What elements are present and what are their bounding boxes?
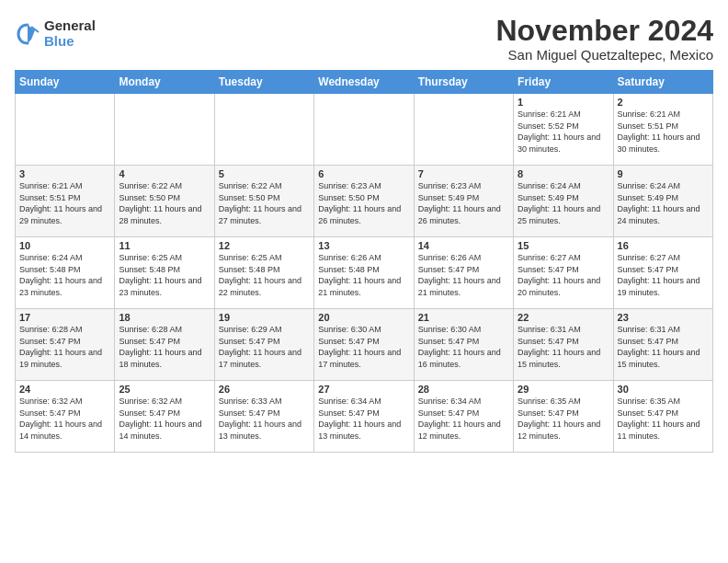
title-block: November 2024 San Miguel Quetzaltepec, M… — [495, 15, 713, 63]
day-info: Sunrise: 6:23 AM Sunset: 5:50 PM Dayligh… — [318, 180, 409, 226]
day-number: 22 — [518, 312, 609, 323]
day-number: 5 — [219, 168, 310, 179]
calendar-cell: 26Sunrise: 6:33 AM Sunset: 5:47 PM Dayli… — [214, 381, 313, 453]
calendar-cell: 8Sunrise: 6:24 AM Sunset: 5:49 PM Daylig… — [514, 166, 613, 237]
day-info: Sunrise: 6:33 AM Sunset: 5:47 PM Dayligh… — [219, 396, 310, 442]
calendar-cell: 23Sunrise: 6:31 AM Sunset: 5:47 PM Dayli… — [613, 309, 712, 381]
day-info: Sunrise: 6:26 AM Sunset: 5:47 PM Dayligh… — [418, 252, 509, 298]
calendar-cell: 19Sunrise: 6:29 AM Sunset: 5:47 PM Dayli… — [214, 309, 313, 381]
day-info: Sunrise: 6:22 AM Sunset: 5:50 PM Dayligh… — [219, 180, 310, 226]
calendar-cell: 16Sunrise: 6:27 AM Sunset: 5:47 PM Dayli… — [613, 237, 712, 309]
day-info: Sunrise: 6:21 AM Sunset: 5:51 PM Dayligh… — [19, 180, 110, 226]
calendar-cell — [314, 94, 414, 166]
day-info: Sunrise: 6:24 AM Sunset: 5:49 PM Dayligh… — [618, 180, 709, 226]
calendar-cell: 20Sunrise: 6:30 AM Sunset: 5:47 PM Dayli… — [314, 309, 414, 381]
location-title: San Miguel Quetzaltepec, Mexico — [495, 47, 713, 63]
calendar-cell — [115, 94, 214, 166]
header-wednesday: Wednesday — [314, 71, 414, 94]
day-number: 2 — [618, 97, 709, 108]
day-number: 6 — [318, 168, 409, 179]
day-info: Sunrise: 6:26 AM Sunset: 5:48 PM Dayligh… — [318, 252, 409, 298]
calendar-cell: 22Sunrise: 6:31 AM Sunset: 5:47 PM Dayli… — [514, 309, 613, 381]
day-info: Sunrise: 6:35 AM Sunset: 5:47 PM Dayligh… — [618, 396, 709, 442]
day-number: 26 — [219, 384, 310, 395]
day-number: 17 — [19, 312, 110, 323]
calendar-cell: 21Sunrise: 6:30 AM Sunset: 5:47 PM Dayli… — [414, 309, 513, 381]
day-info: Sunrise: 6:23 AM Sunset: 5:49 PM Dayligh… — [418, 180, 509, 226]
calendar: Sunday Monday Tuesday Wednesday Thursday… — [15, 70, 713, 453]
day-info: Sunrise: 6:22 AM Sunset: 5:50 PM Dayligh… — [119, 180, 210, 226]
calendar-cell: 6Sunrise: 6:23 AM Sunset: 5:50 PM Daylig… — [314, 166, 414, 237]
calendar-cell: 27Sunrise: 6:34 AM Sunset: 5:47 PM Dayli… — [314, 381, 414, 453]
calendar-cell: 25Sunrise: 6:32 AM Sunset: 5:47 PM Dayli… — [115, 381, 214, 453]
day-number: 15 — [518, 240, 609, 251]
day-info: Sunrise: 6:24 AM Sunset: 5:49 PM Dayligh… — [518, 180, 609, 226]
logo-icon — [15, 21, 40, 47]
day-info: Sunrise: 6:32 AM Sunset: 5:47 PM Dayligh… — [119, 396, 210, 442]
day-info: Sunrise: 6:32 AM Sunset: 5:47 PM Dayligh… — [19, 396, 110, 442]
calendar-cell: 29Sunrise: 6:35 AM Sunset: 5:47 PM Dayli… — [514, 381, 613, 453]
day-number: 10 — [19, 240, 110, 251]
day-number: 14 — [418, 240, 509, 251]
calendar-cell: 14Sunrise: 6:26 AM Sunset: 5:47 PM Dayli… — [414, 237, 513, 309]
day-number: 18 — [119, 312, 210, 323]
logo: General Blue — [15, 18, 96, 49]
calendar-cell: 4Sunrise: 6:22 AM Sunset: 5:50 PM Daylig… — [115, 166, 214, 237]
day-info: Sunrise: 6:30 AM Sunset: 5:47 PM Dayligh… — [318, 324, 409, 370]
day-info: Sunrise: 6:21 AM Sunset: 5:52 PM Dayligh… — [518, 109, 609, 155]
week-row-4: 17Sunrise: 6:28 AM Sunset: 5:47 PM Dayli… — [16, 309, 713, 381]
day-info: Sunrise: 6:21 AM Sunset: 5:51 PM Dayligh… — [618, 109, 709, 155]
day-info: Sunrise: 6:34 AM Sunset: 5:47 PM Dayligh… — [318, 396, 409, 442]
day-info: Sunrise: 6:28 AM Sunset: 5:47 PM Dayligh… — [119, 324, 210, 370]
day-number: 25 — [119, 384, 210, 395]
calendar-cell: 2Sunrise: 6:21 AM Sunset: 5:51 PM Daylig… — [613, 94, 712, 166]
header: General Blue November 2024 San Miguel Qu… — [15, 15, 713, 63]
calendar-cell: 5Sunrise: 6:22 AM Sunset: 5:50 PM Daylig… — [214, 166, 313, 237]
day-number: 1 — [518, 97, 609, 108]
calendar-cell: 30Sunrise: 6:35 AM Sunset: 5:47 PM Dayli… — [613, 381, 712, 453]
day-number: 19 — [219, 312, 310, 323]
calendar-cell: 7Sunrise: 6:23 AM Sunset: 5:49 PM Daylig… — [414, 166, 513, 237]
day-info: Sunrise: 6:29 AM Sunset: 5:47 PM Dayligh… — [219, 324, 310, 370]
week-row-5: 24Sunrise: 6:32 AM Sunset: 5:47 PM Dayli… — [16, 381, 713, 453]
calendar-cell: 17Sunrise: 6:28 AM Sunset: 5:47 PM Dayli… — [16, 309, 115, 381]
day-number: 9 — [618, 168, 709, 179]
calendar-cell: 10Sunrise: 6:24 AM Sunset: 5:48 PM Dayli… — [16, 237, 115, 309]
calendar-cell: 9Sunrise: 6:24 AM Sunset: 5:49 PM Daylig… — [613, 166, 712, 237]
week-row-3: 10Sunrise: 6:24 AM Sunset: 5:48 PM Dayli… — [16, 237, 713, 309]
day-number: 7 — [418, 168, 509, 179]
calendar-cell: 28Sunrise: 6:34 AM Sunset: 5:47 PM Dayli… — [414, 381, 513, 453]
calendar-cell: 24Sunrise: 6:32 AM Sunset: 5:47 PM Dayli… — [16, 381, 115, 453]
day-number: 27 — [318, 384, 409, 395]
header-thursday: Thursday — [414, 71, 513, 94]
calendar-cell — [214, 94, 313, 166]
calendar-cell: 11Sunrise: 6:25 AM Sunset: 5:48 PM Dayli… — [115, 237, 214, 309]
calendar-cell: 13Sunrise: 6:26 AM Sunset: 5:48 PM Dayli… — [314, 237, 414, 309]
day-info: Sunrise: 6:34 AM Sunset: 5:47 PM Dayligh… — [418, 396, 509, 442]
day-info: Sunrise: 6:31 AM Sunset: 5:47 PM Dayligh… — [518, 324, 609, 370]
day-number: 8 — [518, 168, 609, 179]
day-number: 20 — [318, 312, 409, 323]
day-info: Sunrise: 6:35 AM Sunset: 5:47 PM Dayligh… — [518, 396, 609, 442]
day-info: Sunrise: 6:30 AM Sunset: 5:47 PM Dayligh… — [418, 324, 509, 370]
day-number: 29 — [518, 384, 609, 395]
day-number: 12 — [219, 240, 310, 251]
day-number: 30 — [618, 384, 709, 395]
header-saturday: Saturday — [613, 71, 712, 94]
calendar-cell: 1Sunrise: 6:21 AM Sunset: 5:52 PM Daylig… — [514, 94, 613, 166]
day-info: Sunrise: 6:25 AM Sunset: 5:48 PM Dayligh… — [119, 252, 210, 298]
logo-text: General Blue — [44, 18, 96, 49]
logo-general-text: General — [44, 18, 96, 34]
day-info: Sunrise: 6:27 AM Sunset: 5:47 PM Dayligh… — [618, 252, 709, 298]
week-row-1: 1Sunrise: 6:21 AM Sunset: 5:52 PM Daylig… — [16, 94, 713, 166]
day-info: Sunrise: 6:24 AM Sunset: 5:48 PM Dayligh… — [19, 252, 110, 298]
day-number: 28 — [418, 384, 509, 395]
day-info: Sunrise: 6:28 AM Sunset: 5:47 PM Dayligh… — [19, 324, 110, 370]
calendar-cell: 18Sunrise: 6:28 AM Sunset: 5:47 PM Dayli… — [115, 309, 214, 381]
header-tuesday: Tuesday — [214, 71, 313, 94]
day-number: 11 — [119, 240, 210, 251]
month-title: November 2024 — [495, 15, 713, 47]
day-number: 3 — [19, 168, 110, 179]
day-number: 24 — [19, 384, 110, 395]
header-monday: Monday — [115, 71, 214, 94]
